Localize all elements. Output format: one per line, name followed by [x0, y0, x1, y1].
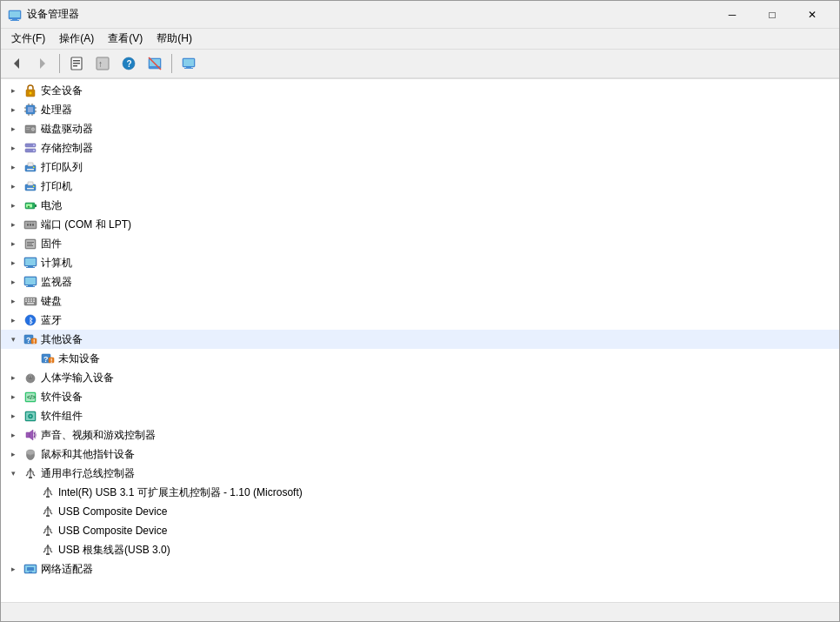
expand-battery[interactable] [6, 198, 20, 212]
expand-component[interactable] [6, 409, 20, 423]
tree-item-storage[interactable]: 存储控制器 [1, 138, 839, 157]
keyboard-label: 键盘 [41, 294, 62, 309]
expand-hid[interactable] [6, 371, 20, 385]
svg-point-111 [27, 450, 35, 455]
app-icon [8, 8, 22, 22]
menu-action[interactable]: 操作(A) [52, 30, 101, 48]
computer-label: 计算机 [41, 256, 72, 271]
svg-rect-79 [33, 298, 35, 300]
svg-rect-9 [73, 65, 77, 67]
svg-marker-121 [46, 545, 50, 547]
svg-text:!: ! [50, 358, 52, 364]
expand-network[interactable] [6, 562, 20, 576]
window-controls: ─ □ ✕ [712, 1, 832, 29]
expand-mouse[interactable] [6, 447, 20, 461]
toolbar: ↑ ? [1, 50, 839, 79]
svg-rect-82 [30, 301, 32, 303]
svg-marker-117 [46, 506, 50, 509]
close-button[interactable]: ✕ [792, 1, 832, 29]
tree-item-component[interactable]: 软件组件 [1, 406, 839, 425]
tree-item-software-dev[interactable]: </> 软件设备 [1, 387, 839, 406]
computer-button[interactable] [177, 52, 201, 75]
status-bar [1, 602, 839, 621]
expand-print-queue[interactable] [6, 160, 20, 174]
toolbar-separator-2 [171, 54, 172, 73]
tree-item-sound[interactable]: 声音、视频和游戏控制器 [1, 425, 839, 445]
toolbar-separator-1 [59, 54, 60, 73]
svg-rect-116 [46, 515, 50, 517]
expand-usb-composite-2 [23, 524, 37, 538]
help-button[interactable]: ? [117, 52, 141, 75]
tree-item-intel-usb[interactable]: Intel(R) USB 3.1 可扩展主机控制器 - 1.10 (Micros… [1, 483, 839, 502]
tree-item-cpu[interactable]: 处理器 [1, 100, 839, 119]
tree-item-unknown[interactable]: ? ! 未知设备 [1, 349, 839, 368]
menu-view[interactable]: 查看(V) [101, 30, 150, 48]
expand-usb-hub [23, 543, 37, 557]
expand-sound[interactable] [6, 428, 20, 442]
minimize-button[interactable]: ─ [712, 1, 752, 29]
svg-rect-70 [26, 267, 35, 268]
expand-software-dev[interactable] [6, 390, 20, 404]
tree-item-computer[interactable]: 计算机 [1, 253, 839, 272]
monitor-icon [23, 274, 38, 290]
tree-item-network[interactable]: 网络适配器 [1, 559, 839, 579]
svg-rect-83 [33, 301, 35, 303]
svg-rect-43 [28, 163, 33, 166]
expand-cpu[interactable] [6, 103, 20, 117]
svg-marker-108 [30, 430, 33, 440]
device-tree[interactable]: 安全设备 [1, 79, 839, 602]
tree-item-monitor[interactable]: 监视器 [1, 272, 839, 291]
tree-item-keyboard[interactable]: 键盘 [1, 291, 839, 311]
expand-security[interactable] [6, 84, 20, 97]
svg-rect-24 [28, 107, 33, 112]
tree-item-port[interactable]: 端口 (COM 和 LPT) [1, 215, 839, 234]
update-driver-button[interactable]: ↑ [90, 52, 115, 75]
svg-point-22 [30, 92, 32, 95]
tree-item-usb-composite-1[interactable]: USB Composite Device [1, 502, 839, 521]
expand-firmware[interactable] [6, 237, 20, 251]
svg-marker-119 [46, 525, 50, 528]
svg-marker-4 [14, 58, 19, 69]
other-label: 其他设备 [41, 332, 83, 347]
expand-keyboard[interactable] [6, 294, 20, 308]
tree-item-mouse[interactable]: 鼠标和其他指针设备 [1, 445, 839, 464]
expand-bluetooth[interactable] [6, 313, 20, 327]
tree-item-security[interactable]: 安全设备 [1, 81, 839, 100]
tree-item-bluetooth[interactable]: ᛒ 蓝牙 [1, 311, 839, 330]
tree-item-usb-composite-2[interactable]: USB Composite Device [1, 521, 839, 540]
maximize-button[interactable]: □ [752, 1, 792, 29]
tree-item-usb-controller[interactable]: 通用串行总线控制器 [1, 464, 839, 483]
expand-monitor[interactable] [6, 275, 20, 289]
back-button[interactable] [4, 52, 29, 75]
svg-text:↑: ↑ [98, 59, 103, 69]
svg-point-58 [32, 224, 34, 226]
expand-port[interactable] [6, 217, 20, 231]
tree-item-other[interactable]: ? ! 其他设备 [1, 330, 839, 349]
properties-button[interactable] [64, 52, 89, 75]
svg-marker-113 [29, 468, 32, 471]
tree-item-hid[interactable]: 人体学输入设备 [1, 368, 839, 387]
menu-help[interactable]: 帮助(H) [150, 30, 199, 48]
battery-icon: + [23, 197, 38, 213]
expand-printer[interactable] [6, 179, 20, 193]
monitor-label: 监视器 [41, 275, 72, 290]
expand-disk[interactable] [6, 122, 20, 136]
show-hidden-button[interactable] [143, 52, 167, 75]
svg-rect-81 [28, 301, 30, 303]
cpu-label: 处理器 [41, 103, 72, 117]
expand-computer[interactable] [6, 256, 20, 270]
expand-storage[interactable] [6, 141, 20, 155]
expand-other[interactable] [6, 332, 20, 346]
menu-file[interactable]: 文件(F) [4, 30, 52, 48]
svg-text:+: + [28, 204, 30, 209]
tree-item-disk[interactable]: 磁盘驱动器 [1, 119, 839, 138]
tree-item-usb-hub[interactable]: USB 根集线器(USB 3.0) [1, 540, 839, 559]
computer-icon [23, 255, 38, 271]
tree-item-battery[interactable]: + 电池 [1, 196, 839, 215]
tree-item-printer[interactable]: 打印机 [1, 177, 839, 196]
forward-button[interactable] [30, 52, 55, 75]
svg-rect-1 [10, 11, 20, 17]
tree-item-print-queue[interactable]: 打印队列 [1, 157, 839, 177]
tree-item-firmware[interactable]: 固件 [1, 234, 839, 253]
expand-usb-controller[interactable] [6, 466, 20, 480]
